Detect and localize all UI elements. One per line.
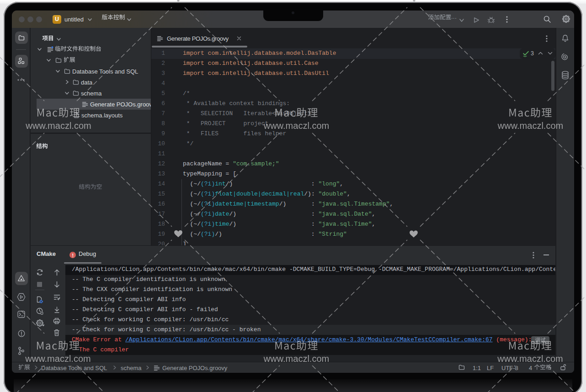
- svg-text:www.maczl.com: www.maczl.com: [25, 354, 91, 364]
- svg-text:www.maczl.com: www.maczl.com: [497, 354, 563, 364]
- svg-text:www.maczl.com: www.maczl.com: [497, 121, 563, 131]
- svg-text:www.maczl.com: www.maczl.com: [263, 121, 329, 131]
- svg-text:www.maczl.com: www.maczl.com: [263, 354, 329, 364]
- svg-text:www.maczl.com: www.maczl.com: [25, 121, 91, 131]
